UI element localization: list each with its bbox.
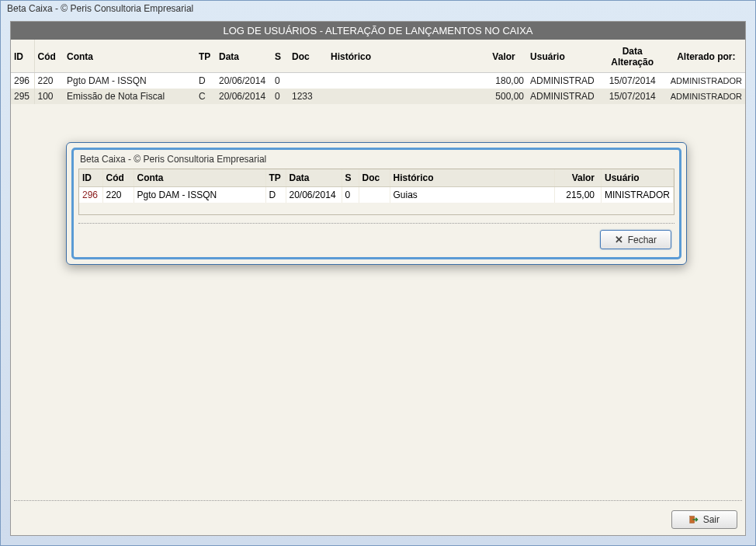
col-alterado-por: Alterado por: xyxy=(668,40,745,73)
exit-icon xyxy=(689,515,699,524)
cell-historico xyxy=(328,73,480,89)
table-row[interactable]: 295 100 Emissão de Nota Fiscal C 20/06/2… xyxy=(11,89,745,104)
page-header: LOG DE USUÁRIOS - ALTERAÇÃO DE LANÇAMENT… xyxy=(11,22,745,40)
cell-cod: 100 xyxy=(34,89,64,104)
cell-historico xyxy=(328,89,480,104)
cell-conta: Emissão de Nota Fiscal xyxy=(64,89,196,104)
dcell-id: 296 xyxy=(79,187,102,203)
cell-data-alteracao: 15/07/2014 xyxy=(598,73,668,89)
dialog-footer: ✕ Fechar xyxy=(74,224,679,257)
cell-id: 295 xyxy=(11,89,34,104)
col-data-alteracao: Data Alteração xyxy=(598,40,668,73)
dcell-cod: 220 xyxy=(102,187,134,203)
cell-doc xyxy=(289,73,328,89)
dcol-s: S xyxy=(342,169,359,187)
dcol-tp: TP xyxy=(265,169,286,187)
fechar-label: Fechar xyxy=(628,235,657,245)
cell-id: 296 xyxy=(11,73,34,89)
dialog-border: Beta Caixa - © Peris Consultoria Empresa… xyxy=(71,148,681,259)
detail-row[interactable]: 296 220 Pgto DAM - ISSQN D 20/06/2014 0 … xyxy=(79,187,674,203)
dcol-cod: Cód xyxy=(102,169,134,187)
col-cod: Cód xyxy=(34,40,64,73)
dcol-doc: Doc xyxy=(359,169,390,187)
cell-cod: 220 xyxy=(34,73,64,89)
table-header-row: ID Cód Conta TP Data S Doc Histórico Val… xyxy=(11,40,745,73)
dcell-historico: Guias xyxy=(390,187,555,203)
cell-doc: 1233 xyxy=(289,89,328,104)
cell-s: 0 xyxy=(272,73,289,89)
dcell-valor: 215,00 xyxy=(555,187,602,203)
col-doc: Doc xyxy=(289,40,328,73)
dialog-title: Beta Caixa - © Peris Consultoria Empresa… xyxy=(74,150,679,169)
dcol-usuario: Usuário xyxy=(602,169,674,187)
col-data: Data xyxy=(216,40,272,73)
cell-data: 20/06/2014 xyxy=(216,89,272,104)
cell-alterado-por[interactable]: ADMINISTRADOR xyxy=(668,89,745,104)
cell-data: 20/06/2014 xyxy=(216,73,272,89)
cell-tp: D xyxy=(196,73,216,89)
detail-table: ID Cód Conta TP Data S Doc Histórico Val… xyxy=(79,169,674,203)
cell-alterado-por[interactable]: ADMINISTRADOR xyxy=(668,73,745,89)
detail-header-row: ID Cód Conta TP Data S Doc Histórico Val… xyxy=(79,169,674,187)
col-conta: Conta xyxy=(64,40,196,73)
dcol-historico: Histórico xyxy=(390,169,555,187)
close-icon: ✕ xyxy=(615,234,623,245)
log-table: ID Cód Conta TP Data S Doc Histórico Val… xyxy=(11,40,745,104)
separator xyxy=(14,500,742,501)
table-row[interactable]: 296 220 Pgto DAM - ISSQN D 20/06/2014 0 … xyxy=(11,73,745,89)
cell-usuario: ADMINISTRAD xyxy=(527,73,598,89)
col-s: S xyxy=(272,40,289,73)
dcol-conta: Conta xyxy=(134,169,265,187)
cell-conta: Pgto DAM - ISSQN xyxy=(64,73,196,89)
window-title: Beta Caixa - © Peris Consultoria Empresa… xyxy=(1,1,755,18)
dcol-data: Data xyxy=(286,169,342,187)
dcell-usuario: MINISTRADOR xyxy=(602,187,674,203)
cell-s: 0 xyxy=(272,89,289,104)
cell-valor: 500,00 xyxy=(480,89,527,104)
dcell-conta: Pgto DAM - ISSQN xyxy=(134,187,265,203)
col-valor: Valor xyxy=(480,40,527,73)
cell-valor: 180,00 xyxy=(480,73,527,89)
cell-tp: C xyxy=(196,89,216,104)
dcell-data: 20/06/2014 xyxy=(286,187,342,203)
dcell-s: 0 xyxy=(342,187,359,203)
cell-usuario: ADMINISTRAD xyxy=(527,89,598,104)
dcol-id: ID xyxy=(79,169,102,187)
dialog-content: ID Cód Conta TP Data S Doc Histórico Val… xyxy=(78,169,675,215)
sair-button[interactable]: Sair xyxy=(671,510,737,529)
col-tp: TP xyxy=(196,40,216,73)
main-window: Beta Caixa - © Peris Consultoria Empresa… xyxy=(0,0,756,546)
fechar-button[interactable]: ✕ Fechar xyxy=(600,230,671,249)
col-historico: Histórico xyxy=(328,40,480,73)
dcol-valor: Valor xyxy=(555,169,602,187)
cell-data-alteracao: 15/07/2014 xyxy=(598,89,668,104)
col-usuario: Usuário xyxy=(527,40,598,73)
dcell-doc xyxy=(359,187,390,203)
dcell-tp: D xyxy=(265,187,286,203)
detail-dialog: Beta Caixa - © Peris Consultoria Empresa… xyxy=(66,142,687,265)
col-id: ID xyxy=(11,40,34,73)
sair-label: Sair xyxy=(703,514,720,525)
content-area: LOG DE USUÁRIOS - ALTERAÇÃO DE LANÇAMENT… xyxy=(10,21,746,536)
